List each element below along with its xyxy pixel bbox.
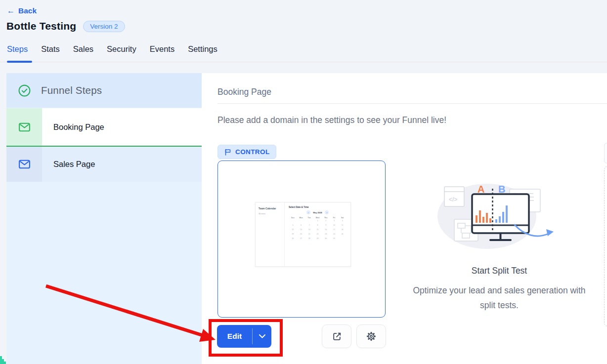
step-settings-button[interactable] [356,324,386,348]
variant-slot-dashed [604,166,607,326]
gear-icon [366,331,377,342]
thumb-weekday-row: SunMonTueWedThuFriSat [289,217,347,219]
domain-notice: Please add a domain in the settings to s… [217,115,446,125]
variant-slot-card[interactable] [604,143,607,163]
sidebar-item-sales-page[interactable]: Sales Page [6,147,202,182]
edit-button-group: Edit [217,325,271,348]
page-title: Bottle Testing [6,20,76,32]
tabs-divider [0,62,607,62]
sidebar-header: Funnel Steps [6,73,202,108]
thumb-month-label: May 2024 [313,211,322,214]
tab-events[interactable]: Events [150,44,174,61]
thumb-calendar-duration: 30 mins [259,212,281,215]
tab-sales[interactable]: Sales [73,44,93,61]
check-circle-icon [18,84,31,97]
tab-security[interactable]: Security [107,44,136,61]
back-arrow-icon: ← [7,7,15,15]
corner-widget-icon [0,353,7,364]
control-label: CONTROL [235,148,270,156]
tab-steps[interactable]: Steps [7,44,28,61]
code-glyph: </> [449,196,457,203]
funnel-steps-sidebar: Funnel Steps Booking Page Sales Page [6,73,202,364]
chevron-down-icon [259,334,265,338]
open-page-button[interactable] [322,324,351,348]
active-tab-underline [7,61,32,63]
split-test-illustration: </> [435,174,559,262]
page-preview-card[interactable]: Team Calendar 30 mins Select Date & Time… [217,161,386,318]
section-divider [217,103,607,104]
tab-settings[interactable]: Settings [188,44,217,61]
envelope-icon [18,158,31,171]
edit-dropdown-button[interactable] [253,325,271,348]
main-content: Booking Page Please add a domain in the … [202,73,607,364]
thumb-picker-title: Select Date & Time [289,206,347,208]
tab-stats[interactable]: Stats [41,44,60,61]
back-label: Back [18,6,37,15]
section-title: Booking Page [217,87,271,97]
thumb-days-grid: 1234567891011121314151617181920212223242… [289,220,347,240]
control-badge: CONTROL [217,145,276,159]
split-test-title: Start Split Test [400,266,598,276]
thumb-calendar-title: Team Calendar [259,207,281,211]
calendar-thumbnail: Team Calendar 30 mins Select Date & Time… [255,202,351,267]
step-label: Booking Page [42,108,104,146]
split-test-description: Optimize your lead and sales generation … [405,283,593,313]
tab-bar: Steps Stats Sales Security Events Settin… [7,44,217,61]
envelope-icon [18,121,31,134]
header: ← Back Bottle Testing Version 2 Steps St… [0,0,607,73]
external-link-icon [332,331,342,342]
funnel-builder-page: ← Back Bottle Testing Version 2 Steps St… [0,0,607,364]
step-label: Sales Page [42,147,95,182]
variant-a-letter: A [477,184,484,195]
variant-b-letter: B [498,184,505,195]
left-gutter [0,73,6,364]
title-row: Bottle Testing Version 2 [6,20,125,32]
edit-button[interactable]: Edit [217,325,252,348]
sidebar-title: Funnel Steps [41,84,102,96]
sidebar-item-booking-page[interactable]: Booking Page [6,108,202,146]
flag-icon [224,148,232,156]
version-badge: Version 2 [83,21,125,32]
back-link[interactable]: ← Back [7,6,37,15]
thumb-next-month-icon: › [325,210,329,214]
thumb-prev-month-icon: ‹ [306,210,310,214]
